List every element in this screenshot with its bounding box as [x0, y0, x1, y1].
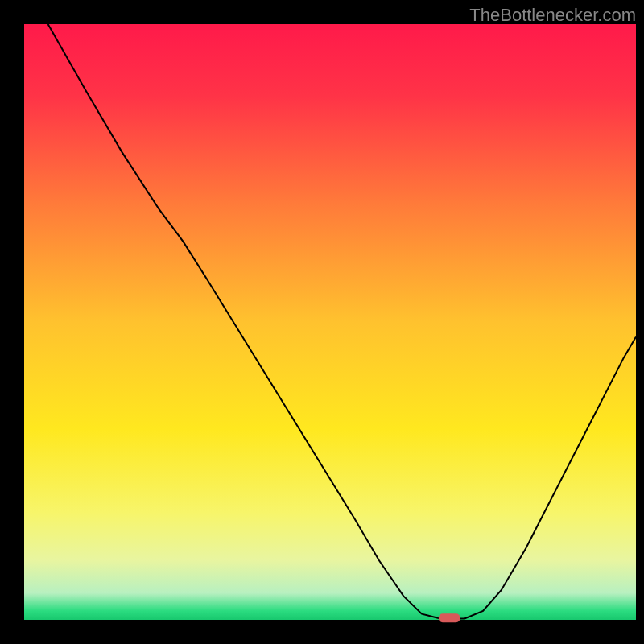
plot-background [24, 24, 636, 620]
watermark-text: TheBottlenecker.com [469, 5, 636, 26]
bottleneck-chart [0, 0, 644, 644]
optimal-marker [439, 613, 460, 622]
chart-container [0, 0, 644, 644]
